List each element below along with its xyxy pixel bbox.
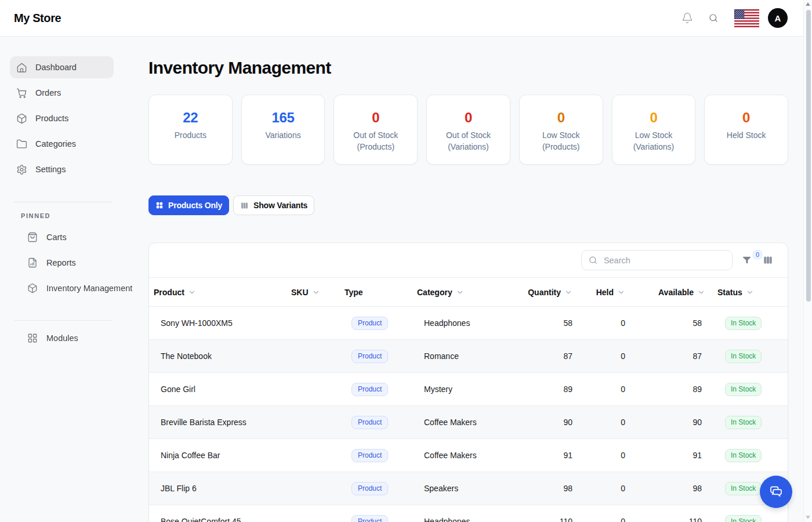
product-type-badge: Product [351,383,388,396]
cell-held: 0 [577,451,630,460]
cell-available: 89 [630,385,713,394]
topbar-actions: A [682,8,788,28]
products-only-toggle[interactable]: Products Only [148,195,229,215]
stat-value: 0 [742,110,750,126]
page-scrollbar[interactable] [803,0,812,522]
grid-icon [27,333,38,344]
cell-status: In Stock [713,416,788,429]
cell-status: In Stock [713,449,788,462]
column-label: Category [417,288,452,297]
chevron-down-icon [312,288,320,296]
funnel-icon [742,255,752,265]
stat-value: 0 [465,110,472,126]
cell-quantity: 87 [527,351,577,361]
cell-quantity: 110 [527,517,577,522]
cell-product: Sony WH-1000XM5 [149,318,287,328]
cell-product: The Notebook [149,351,287,361]
table-row[interactable]: JBL Flip 6 Product Speakers 98 0 98 In S… [149,472,788,505]
sidebar-item-products[interactable]: Products [10,107,114,129]
sidebar-item-reports[interactable]: Reports [10,252,114,274]
stat-value: 165 [271,110,294,126]
scrollbar-thumb[interactable] [806,10,811,302]
column-header-product[interactable]: Product [149,288,287,297]
user-avatar[interactable]: A [768,8,788,28]
table-search-input[interactable] [581,250,733,270]
table-row[interactable]: Ninja Coffee Bar Product Coffee Makers 9… [149,439,788,472]
stat-card-variations: 165 Variations [241,95,325,165]
stat-card-out-of-stock-variations: 0 Out of Stock (Variations) [426,95,510,165]
sidebar-item-orders[interactable]: Orders [10,82,114,104]
columns-icon [763,256,773,264]
chevron-down-icon [564,288,572,296]
column-header-sku[interactable]: SKU [287,288,340,297]
cell-held: 0 [577,517,630,522]
stat-card-low-stock-variations: 0 Low Stock (Variations) [612,95,696,165]
sidebar-item-label: Reports [46,258,76,267]
cell-category: Coffee Makers [412,451,527,460]
bell-icon [682,12,693,24]
column-header-held[interactable]: Held [577,288,630,297]
cell-product: Bose QuietComfort 45 [149,517,287,522]
scroll-down-arrow-icon[interactable] [806,516,810,519]
page-title: Inventory Management [148,57,788,78]
cell-type: Product [340,317,412,330]
cell-product: Ninja Coffee Bar [149,451,287,460]
cart-icon [16,88,27,99]
cell-status: In Stock [713,317,788,330]
column-header-category[interactable]: Category [412,288,527,297]
stat-card-held-stock: 0 Held Stock [704,95,788,165]
cell-available: 98 [630,484,713,493]
product-type-badge: Product [351,416,388,429]
column-label: Quantity [528,288,561,297]
sidebar-item-categories[interactable]: Categories [10,133,114,155]
scroll-up-arrow-icon[interactable] [806,2,810,6]
table-row[interactable]: Bose QuietComfort 45 Product Headphones … [149,505,788,522]
cell-type: Product [340,449,412,462]
cell-quantity: 91 [527,451,577,460]
sidebar-item-dashboard[interactable]: Dashboard [10,56,114,78]
cell-category: Headphones [412,318,527,328]
cell-product: Breville Barista Express [149,418,287,427]
show-variants-toggle[interactable]: Show Variants [233,195,314,215]
stat-label: Low Stock (Products) [528,129,593,153]
table-row[interactable]: Breville Barista Express Product Coffee … [149,406,788,439]
filter-button[interactable] [742,255,752,265]
stat-label: Out of Stock (Products) [343,129,408,153]
cell-type: Product [340,482,412,495]
us-flag-icon[interactable] [734,9,759,27]
sidebar-item-settings[interactable]: Settings [10,158,114,180]
column-header-type[interactable]: Type [340,288,412,297]
cell-category: Romance [412,351,527,361]
stock-status-badge: In Stock [725,416,762,429]
sidebar-item-label: Settings [35,165,66,174]
chat-fab-button[interactable] [760,476,792,508]
table-searchbox [581,250,733,270]
sidebar-item-inventory-management[interactable]: Inventory Management [10,277,114,299]
sidebar-item-carts[interactable]: Carts [10,226,114,248]
product-type-badge: Product [351,515,388,522]
stock-status-badge: In Stock [725,515,762,522]
global-search-button[interactable] [709,13,718,23]
table-row[interactable]: Sony WH-1000XM5 Product Headphones 58 0 … [149,307,788,340]
chevron-down-icon [456,288,464,296]
stat-value: 0 [372,110,379,126]
cell-status: In Stock [713,383,788,396]
column-label: Type [345,288,363,297]
column-label: SKU [291,288,309,297]
column-header-quantity[interactable]: Quantity [527,288,577,297]
stock-status-badge: In Stock [725,383,762,396]
table-row[interactable]: The Notebook Product Romance 87 0 87 In … [149,340,788,373]
cell-product: JBL Flip 6 [149,484,287,493]
sidebar-item-label: Modules [46,334,78,343]
column-header-available[interactable]: Available [630,288,713,297]
column-header-status[interactable]: Status [713,288,788,297]
cell-category: Speakers [412,484,527,493]
notifications-button[interactable] [682,12,693,24]
stock-status-badge: In Stock [725,482,762,495]
column-settings-button[interactable] [763,256,773,264]
column-label: Status [717,288,742,297]
cell-status: In Stock [713,350,788,363]
table-row[interactable]: Gone Girl Product Mystery 89 0 89 In Sto… [149,373,788,406]
sidebar-item-modules[interactable]: Modules [10,327,114,349]
chevron-down-icon [697,288,705,296]
